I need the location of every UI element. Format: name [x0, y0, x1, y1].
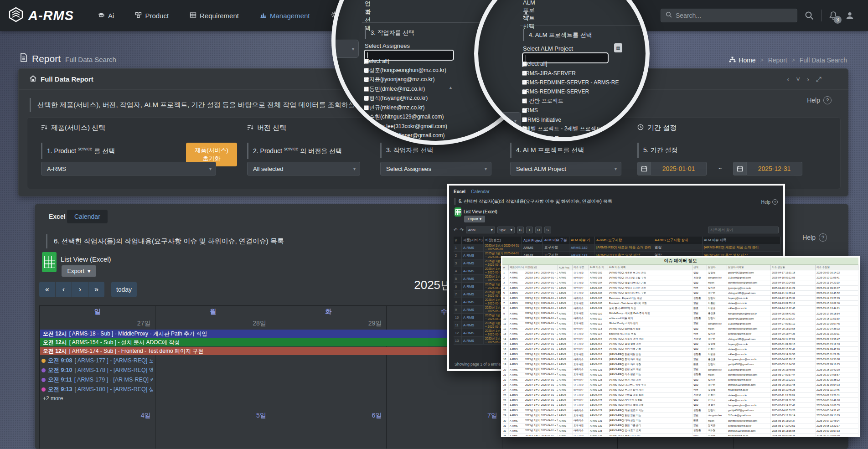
sheet-row[interactable]: 1A-RMS2025년 1분기 2025-04-01 ~ 2025-06-30A… — [502, 270, 858, 275]
export-button[interactable]: Export ▾ — [62, 265, 96, 277]
checkbox-option[interactable]: 최수현(chltngus129@gmail.com) — [364, 112, 519, 121]
event-time: 오전 9:10 — [48, 366, 72, 374]
expand-icon[interactable]: ⤢ — [816, 75, 822, 83]
tab-calendar[interactable]: Calendar — [67, 210, 108, 223]
sheet-row[interactable]: 32A-RMS2025년 1분기 2025-04-01 ~ 2025-06-30… — [502, 428, 858, 434]
sheet-row[interactable]: 5A-RMS2025년 1분기 2025-04-01 ~ 2025-06-30A… — [502, 291, 858, 296]
search-input[interactable] — [676, 12, 792, 19]
sheet-row[interactable]: 11A-RMS2025년 1분기 2025-04-01 ~ 2025-06-30… — [502, 321, 858, 326]
sheet-row[interactable]: 25A-RMS2025년 1분기 2025-04-01 ~ 2025-06-30… — [502, 393, 858, 398]
calendar-dot-event[interactable]: 오전 9:11 [ ARMS-179 ] - [AR MS-REQ] 캐릭 — [41, 375, 153, 385]
date-cell[interactable]: 28일 — [155, 318, 270, 329]
version-select[interactable]: All selected ▾ — [247, 162, 360, 175]
notification-bell-icon[interactable]: 3 — [829, 11, 838, 20]
menu-item-ai[interactable]: Ai — [98, 12, 114, 20]
sheet-row[interactable]: 23A-RMS2025년 1분기 2025-04-01 ~ 2025-06-30… — [502, 382, 858, 387]
sheet-row[interactable]: 19A-RMS2025년 1분기 2025-04-01 ~ 2025-06-30… — [502, 362, 858, 367]
sheet-row[interactable]: 18A-RMS2025년 1분기 2025-04-01 ~ 2025-06-30… — [502, 357, 858, 362]
underline-button[interactable]: U — [535, 227, 542, 233]
project-archive-icon[interactable]: ▦ — [614, 43, 622, 52]
calendar-dot-event[interactable]: 오전 9:13 [ ARMS-180 ] - [ARMS-REQ] 상세 — [41, 385, 153, 394]
menu-item-management[interactable]: Management — [260, 12, 310, 20]
sheet-row[interactable]: 27A-RMS2025년 1분기 2025-04-01 ~ 2025-06-30… — [502, 403, 858, 408]
start-date-input[interactable]: 2025-01-01 — [651, 162, 707, 175]
scroll-up-icon[interactable]: ▲ — [449, 85, 453, 90]
date-cell[interactable]: 29일 — [271, 318, 386, 329]
overlay-tab-excel[interactable]: Excel — [454, 189, 465, 194]
collapse-down-icon[interactable]: ˅ — [796, 75, 800, 83]
sheet-row[interactable]: 14A-RMS2025년 1분기 2025-04-01 ~ 2025-06-30… — [502, 336, 858, 341]
undo-icon[interactable]: ↶ — [454, 227, 457, 232]
sheet-row[interactable]: 13A-RMS2025년 1분기 2025-04-01 ~ 2025-06-30… — [502, 331, 858, 336]
date-cell[interactable]: 4일 — [40, 410, 155, 421]
sheet-row[interactable]: 33A-RMS2025년 1분기 2025-04-01 ~ 2025-06-30… — [502, 434, 858, 437]
cell: ARMS — [558, 403, 573, 408]
sheet-row[interactable]: 6A-RMS2025년 1분기 2025-04-01 ~ 2025-06-30A… — [502, 296, 858, 301]
date-cell[interactable]: 7일 — [386, 410, 501, 421]
app-logo[interactable]: A-RMS — [8, 7, 74, 24]
calendar-dot-event[interactable]: 오전 9:08 [ ARMS-177 ] - [ARMS-REQ] 모니 — [41, 356, 153, 366]
sheet-row[interactable]: 4A-RMS2025년 1분기 2025-04-01 ~ 2025-06-30A… — [502, 286, 858, 291]
sheet-row[interactable]: 24A-RMS2025년 1분기 2025-04-01 ~ 2025-06-30… — [502, 387, 858, 392]
help-button[interactable]: Help ? — [761, 199, 778, 205]
collapse-left-icon[interactable]: ‹ — [787, 75, 789, 83]
font-size-select[interactable]: 9px ▾ — [497, 227, 515, 233]
breadcrumb-home[interactable]: Home — [729, 57, 755, 64]
cell: 2025-05-07 09:37:44 — [771, 372, 816, 377]
help-button[interactable]: Help ? — [807, 96, 832, 104]
sheet-row[interactable]: 10A-RMS2025년 1분기 2025-04-01 ~ 2025-06-30… — [502, 316, 858, 321]
sheet-row[interactable]: 29A-RMS2025년 1분기 2025-04-01 ~ 2025-06-30… — [502, 413, 858, 418]
help-button[interactable]: Help ? — [802, 233, 827, 242]
sheet-row[interactable]: 9A-RMS2025년 1분기 2025-04-01 ~ 2025-06-30A… — [502, 311, 858, 316]
sheet-row[interactable]: 15A-RMS2025년 1분기 2025-04-01 ~ 2025-06-30… — [502, 342, 858, 347]
checkbox-option[interactable]: ARMS-REDMINE-SERVER - ARMS-RE — [522, 78, 650, 87]
strikethrough-button[interactable]: S — [544, 227, 551, 233]
italic-button[interactable]: I — [526, 227, 533, 233]
end-date-input[interactable]: 2025-12-31 — [747, 162, 802, 175]
date-cell[interactable]: 6일 — [271, 410, 386, 421]
collapse-right-icon[interactable]: › — [807, 75, 809, 83]
more-events-link[interactable]: +2 more — [43, 395, 63, 402]
cell: ARMS — [558, 286, 573, 290]
redo-icon[interactable]: ↷ — [460, 227, 463, 232]
export-button[interactable]: Export ▾ — [464, 216, 485, 222]
calendar-icon[interactable] — [637, 162, 651, 175]
user-profile-icon[interactable] — [845, 11, 854, 20]
date-cell[interactable]: 5일 — [155, 410, 270, 421]
checkbox-option[interactable]: ARMS-JIRA-SERVER — [522, 68, 650, 77]
sheet-row[interactable]: 30A-RMS2025년 1분기 2025-04-01 ~ 2025-06-30… — [502, 418, 858, 423]
alm-project-select[interactable]: Select ALM Project ▾ — [510, 162, 621, 175]
checkbox-option[interactable]: [Select all] — [522, 59, 650, 68]
font-family-select[interactable]: Arial ▾ — [466, 227, 495, 233]
sheet-row[interactable]: 26A-RMS2025년 1분기 2025-04-01 ~ 2025-06-30… — [502, 398, 858, 403]
breadcrumb-report[interactable]: Report — [768, 57, 787, 64]
sheet-row[interactable]: 31A-RMS2025년 1분기 2025-04-01 ~ 2025-06-30… — [502, 423, 858, 428]
search-submit-icon[interactable] — [805, 11, 814, 20]
checkbox-option[interactable]: ARMS-REDMINE-SERVER — [522, 87, 650, 96]
menu-item-requirement[interactable]: Requirement — [190, 12, 239, 20]
sheet-row[interactable]: 3A-RMS2025년 1분기 2025-04-01 ~ 2025-06-30A… — [502, 280, 858, 285]
cell: ARMS — [558, 382, 573, 387]
sheet-row[interactable]: 12A-RMS2025년 1분기 2025-04-01 ~ 2025-06-30… — [502, 326, 858, 331]
sheet-row[interactable]: 22A-RMS2025년 1분기 2025-04-01 ~ 2025-06-30… — [502, 377, 858, 382]
sheet-row[interactable]: 2A-RMS2025년 1분기 2025-04-01 ~ 2025-06-30A… — [502, 275, 858, 280]
menu-item-product[interactable]: Product — [135, 12, 169, 20]
sheet-search-input[interactable] — [710, 228, 776, 232]
sheet-row[interactable]: 28A-RMS2025년 1분기 2025-04-01 ~ 2025-06-30… — [502, 408, 858, 413]
assignee-select[interactable]: Select Assignees ▾ — [380, 162, 491, 175]
sheet-row[interactable]: 17A-RMS2025년 1분기 2025-04-01 ~ 2025-06-30… — [502, 352, 858, 357]
table-row[interactable]: 1A-RMS2025년 1분기 2025-04-01 ~ 2025-06-30A… — [454, 244, 780, 252]
checkbox-option[interactable]: 내 칸반 프로젝트 — [522, 97, 650, 106]
product-select[interactable]: A-RMS ▾ — [41, 162, 216, 175]
sheet-row[interactable]: 20A-RMS2025년 1분기 2025-04-01 ~ 2025-06-30… — [502, 367, 858, 372]
overlay-tab-calendar[interactable]: Calendar — [471, 189, 490, 194]
sheet-row[interactable]: 21A-RMS2025년 1분기 2025-04-01 ~ 2025-06-30… — [502, 372, 858, 377]
sheet-row[interactable]: 16A-RMS2025년 1분기 2025-04-01 ~ 2025-06-30… — [502, 347, 858, 352]
sheet-row[interactable]: 7A-RMS2025년 1분기 2025-04-01 ~ 2025-06-30A… — [502, 301, 858, 306]
date-cell[interactable]: 27일 — [40, 318, 155, 329]
calendar-icon[interactable] — [733, 162, 747, 175]
cell: 2025-05-27 09:16:25 — [816, 362, 858, 366]
sheet-row[interactable]: 8A-RMS2025년 1분기 2025-04-01 ~ 2025-06-30A… — [502, 306, 858, 311]
calendar-dot-event[interactable]: 오전 9:10 [ ARMS-178 ] - [ARMS-REQ] 엑스 — [41, 366, 153, 375]
bold-button[interactable]: B — [517, 227, 524, 233]
